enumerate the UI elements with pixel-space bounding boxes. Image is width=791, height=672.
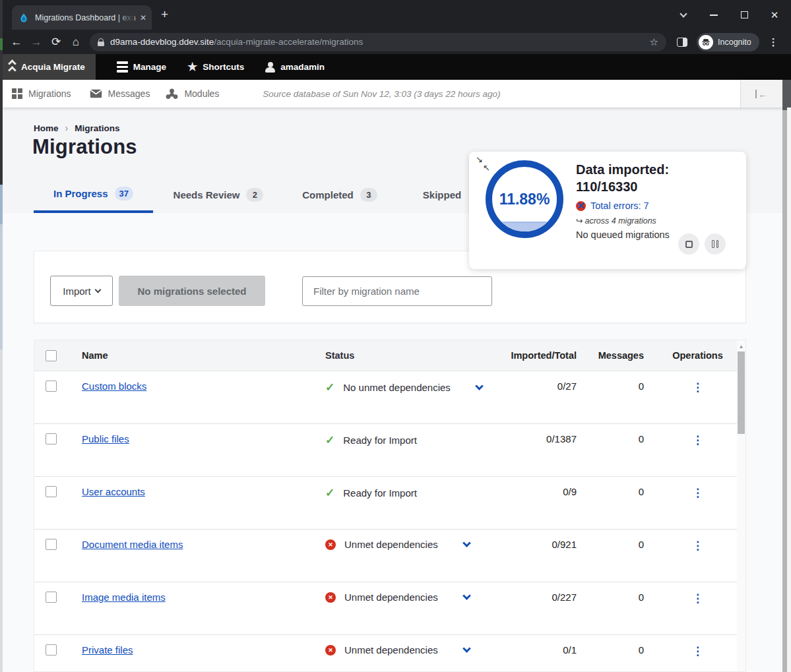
scrollbar-thumb[interactable] [738, 351, 745, 434]
breadcrumb-separator: › [65, 123, 69, 133]
progress-details: Data imported: 110/16330 ✕ Total errors:… [576, 161, 741, 240]
window-close-button[interactable]: ✕ [759, 0, 790, 30]
new-tab-button[interactable]: + [161, 7, 168, 22]
tab-in-progress[interactable]: In Progress 37 [34, 176, 153, 213]
tab-count-badge: 2 [246, 188, 263, 202]
error-icon: ✕ [325, 645, 336, 656]
table-row: Document media items ✕ Unmet dependencie… [34, 530, 745, 582]
migration-link[interactable]: User accounts [82, 486, 145, 497]
row-checkbox[interactable] [46, 486, 57, 497]
row-operations-menu-icon[interactable]: ⋮ [670, 592, 726, 605]
tab-count-badge: 37 [115, 187, 133, 200]
stop-button[interactable] [678, 233, 699, 255]
table-row: User accounts ✓ Ready for Import 0/9 0 ⋮ [34, 477, 745, 530]
collapse-arrow-se-icon[interactable]: ↘ [476, 154, 483, 164]
imported-total-value: 0/9 [457, 486, 577, 497]
check-icon: ✓ [325, 381, 334, 394]
background-window-sliver-left [0, 0, 3, 672]
table-scrollbar[interactable]: ▲ [737, 340, 745, 671]
browser-tab-bar: Migrations Dashboard | example ✕ + ✕ [0, 0, 791, 30]
sliver-gray-segment [0, 350, 3, 672]
migration-link[interactable]: Public files [82, 433, 129, 444]
table-row: Image media items ✕ Unmet dependencies 0… [34, 582, 745, 635]
pause-icon [712, 240, 718, 248]
selection-status-label: No migrations selected [137, 286, 246, 297]
row-checkbox[interactable] [46, 539, 57, 550]
tab-needs-review[interactable]: Needs Review 2 [153, 176, 284, 213]
lock-icon[interactable] [98, 38, 104, 46]
browser-toolbar: ← → ⟳ ⌂ d9ama-ddevblog.ddev.site/acquia-… [0, 30, 791, 54]
imported-total-value: 0/227 [457, 592, 577, 603]
row-checkbox[interactable] [46, 592, 57, 603]
error-icon: ✕ [325, 592, 336, 603]
home-icon[interactable]: ⌂ [66, 36, 86, 49]
tab-close-icon[interactable]: ✕ [140, 13, 146, 22]
row-operations-menu-icon[interactable]: ⋮ [670, 644, 726, 658]
header-status: Status [325, 350, 354, 361]
toolbar-item-manage[interactable]: Manage [117, 54, 166, 80]
row-operations-menu-icon[interactable]: ⋮ [670, 539, 726, 553]
migration-link[interactable]: Image media items [82, 592, 166, 603]
breadcrumb-home[interactable]: Home [34, 123, 59, 133]
row-checkbox[interactable] [46, 433, 57, 444]
forward-icon[interactable]: → [26, 36, 46, 49]
bookmark-star-icon[interactable]: ☆ [650, 36, 658, 48]
status-text: Unmet dependencies [344, 592, 438, 603]
browser-menu-icon[interactable]: ⋮ [769, 36, 778, 48]
total-errors-link[interactable]: Total errors: 7 [590, 200, 649, 211]
row-operations-menu-icon[interactable]: ⋮ [670, 486, 726, 500]
table-header-row: Name Status Imported/Total Messages Oper… [34, 340, 745, 371]
nav-item-migrations[interactable]: Migrations [12, 88, 71, 99]
row-checkbox[interactable] [46, 644, 57, 656]
hamburger-icon [117, 61, 128, 73]
table-row: Public files ✓ Ready for Import 0/1387 0… [34, 424, 745, 477]
nav-item-modules[interactable]: Modules [166, 88, 219, 100]
import-dropdown-button[interactable]: Import [50, 276, 113, 306]
row-checkbox[interactable] [46, 381, 57, 392]
migration-link[interactable]: Document media items [82, 539, 183, 550]
tab-search-icon[interactable] [668, 0, 699, 30]
row-operations-menu-icon[interactable]: ⋮ [670, 381, 726, 394]
toolbar-item-user[interactable]: amadamin [265, 54, 325, 80]
address-bar[interactable]: d9ama-ddevblog.ddev.site/acquia-migrate-… [90, 33, 666, 51]
tab-title-fade [117, 5, 135, 30]
status-text: No unmet dependencies [343, 382, 451, 393]
selection-status-button: No migrations selected [119, 276, 265, 306]
nav-item-messages[interactable]: Messages [90, 88, 150, 99]
acquia-migrate-brand[interactable]: Acquia Migrate [3, 54, 96, 80]
source-database-note: Source database of Sun Nov 12, 3:03 (3 d… [263, 89, 500, 99]
select-all-checkbox[interactable] [46, 350, 57, 361]
tab-count-badge: 3 [360, 188, 377, 202]
pause-button[interactable] [705, 233, 726, 255]
messages-count: 0 [588, 381, 644, 392]
side-panel-icon[interactable] [677, 38, 687, 47]
collapse-arrow-nw-icon[interactable]: ↖ [483, 163, 490, 173]
tab-completed[interactable]: Completed 3 [284, 176, 396, 213]
data-imported-label: Data imported: [576, 161, 741, 178]
back-icon[interactable]: ← [7, 36, 26, 49]
filter-input[interactable] [302, 276, 492, 306]
row-status: ✕ Unmet dependencies [325, 592, 470, 603]
across-text: across 4 migrations [585, 216, 656, 226]
reload-icon[interactable]: ⟳ [46, 35, 66, 49]
toolbar-collapse-button[interactable]: ← [740, 80, 782, 107]
tab-label: In Progress [53, 188, 108, 199]
total-errors-row[interactable]: ✕ Total errors: 7 [576, 200, 741, 211]
window-minimize-button[interactable] [699, 0, 729, 30]
migrations-label: Migrations [28, 88, 71, 99]
browser-tab[interactable]: Migrations Dashboard | example ✕ [12, 5, 152, 30]
drupal-favicon [18, 13, 29, 23]
page-title: Migrations [32, 135, 137, 159]
error-icon: ✕ [576, 201, 586, 211]
imported-total-value: 0/1 [457, 644, 577, 656]
sliver-blue-segment [0, 185, 3, 224]
migration-link[interactable]: Custom blocks [82, 381, 146, 392]
grid-icon [12, 88, 22, 99]
manage-label: Manage [133, 62, 166, 72]
row-operations-menu-icon[interactable]: ⋮ [670, 433, 726, 447]
toolbar-item-shortcuts[interactable]: ★ Shortcuts [187, 54, 244, 80]
incognito-icon [699, 35, 713, 49]
migration-link[interactable]: Private files [82, 644, 133, 656]
scroll-up-icon[interactable]: ▲ [737, 340, 745, 350]
window-maximize-button[interactable] [729, 0, 759, 30]
